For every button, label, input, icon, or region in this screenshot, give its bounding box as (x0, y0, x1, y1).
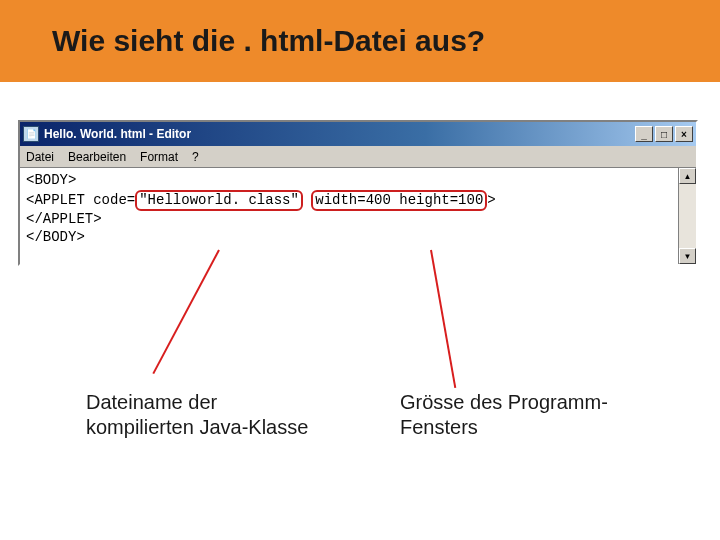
menu-edit[interactable]: Bearbeiten (68, 150, 126, 164)
code-space (303, 192, 311, 208)
caption-left-line2: kompilierten Java-Klasse (86, 416, 308, 438)
menu-file[interactable]: Datei (26, 150, 54, 164)
code-line-3: </APPLET> (26, 211, 672, 229)
leader-line-left (152, 250, 219, 375)
scroll-track[interactable] (679, 184, 696, 248)
leader-line-right (430, 250, 456, 388)
menu-format[interactable]: Format (140, 150, 178, 164)
page-title: Wie sieht die . html-Datei aus? (52, 24, 485, 58)
caption-right: Grösse des Programm- Fensters (400, 390, 680, 440)
caption-left-line1: Dateiname der (86, 391, 217, 413)
annotations: Dateiname der kompilierten Java-Klasse G… (0, 250, 720, 510)
code-applet-prefix: <APPLET code= (26, 192, 135, 208)
editor-window: 📄 Hello. World. html - Editor _ □ × Date… (18, 120, 698, 266)
maximize-button[interactable]: □ (655, 126, 673, 142)
window-buttons: _ □ × (635, 126, 693, 142)
titlebar: 📄 Hello. World. html - Editor _ □ × (20, 122, 696, 146)
close-button[interactable]: × (675, 126, 693, 142)
window-title: Hello. World. html - Editor (44, 127, 635, 141)
code-line-2: <APPLET code="Helloworld. class" width=4… (26, 190, 672, 212)
highlight-classname: "Helloworld. class" (135, 190, 303, 212)
menubar: Datei Bearbeiten Format ? (20, 146, 696, 168)
caption-right-line1: Grösse des Programm- (400, 391, 608, 413)
menu-help[interactable]: ? (192, 150, 199, 164)
caption-right-line2: Fensters (400, 416, 478, 438)
highlight-dimensions: width=400 height=100 (311, 190, 487, 212)
caption-left: Dateiname der kompilierten Java-Klasse (86, 390, 366, 440)
slide-header: Wie sieht die . html-Datei aus? (0, 0, 720, 82)
code-line-1: <BODY> (26, 172, 672, 190)
minimize-button[interactable]: _ (635, 126, 653, 142)
scroll-up-icon[interactable]: ▲ (679, 168, 696, 184)
code-applet-suffix: > (487, 192, 495, 208)
notepad-icon: 📄 (23, 126, 39, 142)
code-line-4: </BODY> (26, 229, 672, 247)
